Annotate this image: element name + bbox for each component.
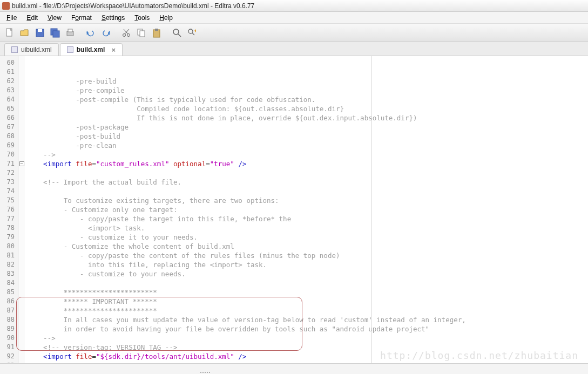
tab-build[interactable]: build.xml×: [60, 43, 123, 56]
code-line: ***********************: [27, 307, 157, 315]
fold-toggle[interactable]: −: [19, 161, 24, 166]
line-number: 64: [0, 95, 18, 104]
code-line: ****** IMPORTANT ******: [27, 297, 157, 305]
code-line: - Customize only one target:: [27, 206, 177, 214]
svg-point-14: [188, 29, 193, 33]
code-line: -pre-build: [27, 77, 117, 85]
new-file-button[interactable]: [3, 26, 16, 39]
line-gutter: 60 61 62 63 64 65 66 67 68 69 70 71 72 7…: [0, 56, 18, 373]
undo-button[interactable]: [84, 26, 97, 39]
menu-edit[interactable]: Edit: [22, 13, 42, 23]
doc-icon: [67, 46, 73, 53]
tab-row: uibuild.xml build.xml×: [0, 42, 588, 56]
code-line: <import> task.: [27, 224, 145, 232]
line-number: 68: [0, 132, 18, 141]
tab-uibuild[interactable]: uibuild.xml: [4, 43, 59, 56]
line-number: 61: [0, 67, 18, 77]
menu-settings[interactable]: Settings: [97, 13, 129, 23]
close-icon[interactable]: ×: [111, 46, 116, 54]
paste-button[interactable]: [150, 26, 163, 39]
code-line: If this is not done in place, override $…: [27, 114, 417, 122]
tab-label: uibuild.xml: [21, 46, 52, 53]
line-number: 85: [0, 288, 18, 297]
line-number: 82: [0, 260, 18, 269]
menu-tools[interactable]: Tools: [130, 13, 154, 23]
code-line: -->: [27, 151, 56, 159]
code-line: -pre-clean: [27, 141, 117, 149]
code-line: -post-compile (This is typically used fo…: [27, 96, 315, 104]
app-icon: [2, 2, 10, 10]
svg-rect-6: [68, 29, 72, 32]
code-line: <!-- Import the actual build file.: [27, 178, 181, 186]
code-line: - copy/paste the target into this file, …: [27, 215, 291, 223]
code-line: <import file="${sdk.dir}/tools/ant/uibui…: [27, 352, 246, 361]
find-button[interactable]: [171, 26, 184, 39]
line-number: 89: [0, 324, 18, 334]
margin-guide: [371, 56, 372, 373]
line-number: 81: [0, 251, 18, 260]
code-line: To customize existing targets, there are…: [27, 196, 279, 205]
line-number: 65: [0, 104, 18, 113]
line-number: 76: [0, 205, 18, 214]
svg-rect-11: [153, 30, 160, 37]
menubar: File Edit View Format Settings Tools Hel…: [0, 12, 588, 24]
code-line: -post-package: [27, 123, 129, 131]
code-area[interactable]: -pre-build -pre-compile -post-compile (T…: [25, 56, 588, 373]
line-number: 90: [0, 334, 18, 343]
code-line: -pre-compile: [27, 86, 125, 94]
find-replace-button[interactable]: [186, 26, 199, 39]
line-number: 63: [0, 86, 18, 95]
code-line: - customize to your needs.: [27, 270, 186, 278]
line-number: 67: [0, 123, 18, 132]
cut-button[interactable]: [120, 26, 133, 39]
toolbar: [0, 24, 588, 42]
line-number: 88: [0, 315, 18, 324]
svg-rect-12: [155, 29, 158, 31]
code-line: in order to avoid having your file be ov…: [27, 325, 429, 333]
line-number: 86: [0, 297, 18, 306]
code-line: Compiled code location: ${out.classes.ab…: [27, 105, 344, 113]
menu-file[interactable]: File: [2, 13, 21, 23]
menu-view[interactable]: View: [43, 13, 66, 23]
code-line: - Customize the whole content of build.x…: [27, 242, 234, 250]
menu-help[interactable]: Help: [155, 13, 177, 23]
statusbar: [0, 363, 588, 374]
svg-rect-2: [38, 29, 42, 32]
save-all-button[interactable]: [49, 26, 62, 39]
watermark: http://blog.csdn.net/zhubaitian: [380, 350, 578, 361]
line-number: 73: [0, 178, 18, 187]
line-number: 91: [0, 343, 18, 352]
menu-format[interactable]: Format: [67, 13, 96, 23]
code-line: <import file="custom_rules.xml" optional…: [27, 160, 246, 168]
line-number: 79: [0, 233, 18, 242]
open-file-button[interactable]: [18, 26, 31, 39]
svg-point-7: [123, 33, 126, 36]
svg-rect-10: [140, 31, 145, 37]
line-number: 77: [0, 214, 18, 223]
line-number: 66: [0, 113, 18, 123]
line-number: 69: [0, 141, 18, 150]
code-line: - copy/paste the content of the rules fi…: [27, 251, 340, 260]
line-number: 71: [0, 159, 18, 168]
line-number: 78: [0, 223, 18, 233]
line-number: 60: [0, 58, 18, 67]
tab-label: build.xml: [77, 46, 105, 53]
line-number: 92: [0, 352, 18, 361]
fold-column: −: [18, 56, 25, 373]
code-line: <!-- version-tag: VERSION_TAG -->: [27, 343, 177, 351]
line-number: 87: [0, 306, 18, 315]
redo-button[interactable]: [99, 26, 112, 39]
svg-rect-4: [53, 31, 59, 37]
svg-point-13: [173, 29, 179, 35]
line-number: 84: [0, 278, 18, 288]
line-number: 72: [0, 168, 18, 178]
line-number: 62: [0, 77, 18, 86]
editor[interactable]: 60 61 62 63 64 65 66 67 68 69 70 71 72 7…: [0, 56, 588, 373]
code-line: ***********************: [27, 288, 157, 296]
doc-icon: [11, 46, 18, 53]
copy-button[interactable]: [135, 26, 148, 39]
save-button[interactable]: [33, 26, 46, 39]
code-line: -post-build: [27, 132, 120, 140]
print-button[interactable]: [64, 26, 77, 39]
line-number: 83: [0, 269, 18, 278]
